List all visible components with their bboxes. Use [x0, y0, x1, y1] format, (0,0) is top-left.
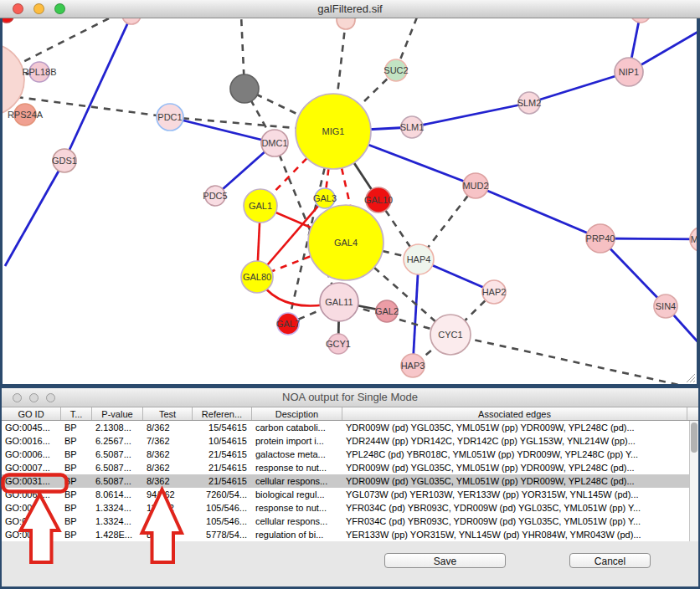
- zoom-button[interactable]: [54, 3, 65, 14]
- table-row[interactable]: GO:0031...BP6.5087...8/36221/54615cellul…: [2, 474, 689, 488]
- graph-node-GAL1[interactable]: GAL1: [244, 189, 277, 223]
- table-cell: YDR009W (pd) YGL035C, YML051W (pp) YDR00…: [342, 474, 687, 488]
- graph-node-label: DMC1: [261, 138, 287, 148]
- table-cell: 8.0614...: [92, 488, 143, 501]
- close-button[interactable]: [13, 3, 23, 14]
- graph-node-topleft-red[interactable]: [3, 18, 13, 23]
- minimize-button[interactable]: [33, 3, 44, 14]
- graph-node-PDC1[interactable]: PDC1: [157, 104, 183, 131]
- table-row[interactable]: GO:0050...BP1.428E...80/3625778/54...reg…: [2, 528, 689, 541]
- graph-area: RPL18BRPS24AGDS1PDC1DMC1PDC5MIG1SUC2SLM1…: [3, 18, 697, 384]
- table-cell: GO:0050...: [2, 528, 61, 541]
- column-header-5[interactable]: Desciption: [252, 407, 342, 420]
- resize-grip-icon[interactable]: [684, 371, 696, 383]
- network-window-titlebar[interactable]: galFiltered.sif: [0, 0, 700, 18]
- graph-node-GAL7[interactable]: GAL7: [276, 313, 300, 335]
- inactive-minimize-button[interactable]: [29, 393, 39, 402]
- inactive-close-button[interactable]: [13, 393, 22, 402]
- graph-node-CYC1[interactable]: CYC1: [430, 315, 471, 355]
- graph-node-SLM2[interactable]: SLM2: [517, 92, 542, 114]
- table-cell: 5778/54...: [193, 528, 252, 541]
- table-cell: 80/362: [143, 528, 193, 541]
- table-row[interactable]: GO:0016...BP6.2567...7/36210/54615protei…: [2, 434, 689, 448]
- table-row[interactable]: GO:0045...BP2.1308...8/36215/54615carbon…: [2, 421, 689, 434]
- table-row[interactable]: GO:0006...BP6.5087...8/36221/54615galact…: [2, 448, 689, 461]
- graph-node-GDS1[interactable]: GDS1: [52, 149, 77, 172]
- network-window-title: galFiltered.sif: [0, 0, 700, 18]
- table-cell: cellular respons...: [252, 474, 342, 488]
- graph-node-SUC2[interactable]: SUC2: [383, 59, 408, 81]
- column-header-3[interactable]: Test: [143, 407, 193, 420]
- graph-node-GAL10[interactable]: GAL10: [364, 187, 393, 213]
- table-cell: GO:0016...: [2, 434, 61, 448]
- graph-node-MUD2[interactable]: MUD2: [462, 173, 488, 198]
- table-cell: 11/362: [143, 515, 193, 528]
- graph-node-top3[interactable]: [631, 18, 651, 23]
- table-cell: galactose meta...: [252, 448, 342, 461]
- graph-node-label: GAL7: [276, 319, 300, 329]
- graph-node-GAL11[interactable]: GAL11: [320, 283, 358, 321]
- graph-node-HAP4[interactable]: HAP4: [404, 244, 434, 274]
- table-cell: 6.2567...: [92, 434, 143, 448]
- graph-node-GCY1[interactable]: GCY1: [326, 334, 351, 354]
- graph-node-label: SUC2: [383, 65, 408, 75]
- table-cell: BP: [61, 434, 92, 448]
- graph-node-label: PDC1: [157, 112, 182, 122]
- table-cell: 15/54615: [193, 421, 252, 434]
- graph-node-GAL4[interactable]: GAL4: [308, 205, 383, 280]
- table-cell: 1.428E...: [92, 528, 143, 541]
- graph-node-MSL1[interactable]: MSL1: [690, 227, 697, 252]
- graph-node-top1[interactable]: [122, 18, 141, 24]
- table-cell: YER133W (pp) YOR315W, YNL145W (pd) YHR08…: [342, 528, 687, 541]
- column-header-2[interactable]: P-value: [92, 407, 143, 420]
- graph-node-GAL80[interactable]: GAL80: [241, 261, 273, 293]
- graph-node-label: SLM2: [517, 98, 542, 108]
- column-header-1[interactable]: T...: [61, 407, 92, 420]
- graph-node-PRP40[interactable]: PRP40: [586, 224, 615, 253]
- table-cell: 94/362: [143, 488, 193, 501]
- save-button[interactable]: Save: [384, 553, 506, 568]
- graph-node-gray-node[interactable]: [230, 74, 259, 103]
- table-cell: BP: [61, 501, 92, 515]
- graph-node-RPL18B[interactable]: RPL18B: [23, 62, 57, 82]
- graph-node-RPS24A[interactable]: RPS24A: [8, 104, 44, 125]
- graph-node-DMC1[interactable]: DMC1: [261, 130, 288, 156]
- graph-node-HAP3[interactable]: HAP3: [401, 354, 425, 377]
- table-cell: GO:0006...: [2, 448, 61, 461]
- table-cell: 7/362: [143, 434, 193, 448]
- graph-node-label: PDC5: [203, 191, 227, 201]
- table-cell: carbon cataboli...: [252, 421, 342, 434]
- graph-node-SLM1[interactable]: SLM1: [400, 116, 425, 138]
- column-header-0[interactable]: GO ID: [2, 407, 61, 420]
- noa-window-titlebar[interactable]: NOA output for Single Mode: [2, 388, 698, 407]
- table-cell: 10/54615: [193, 434, 252, 448]
- table-body[interactable]: GO:0045...BP2.1308...8/36215/54615carbon…: [2, 421, 689, 541]
- vertical-scrollbar[interactable]: [689, 421, 698, 541]
- cancel-button[interactable]: Cancel: [569, 553, 651, 568]
- graph-node-HAP2[interactable]: HAP2: [482, 280, 507, 304]
- graph-node-GAL2[interactable]: GAL2: [375, 300, 399, 322]
- table-cell: GO:0031...: [2, 474, 61, 488]
- scrollbar-thumb[interactable]: [691, 423, 697, 453]
- graph-node-MIG1[interactable]: MIG1: [296, 94, 371, 169]
- table-row[interactable]: GO:0065...BP8.0614...94/3627260/54...bio…: [2, 488, 689, 501]
- graph-edge: [529, 72, 629, 103]
- graph-edge: [476, 186, 600, 238]
- table-row[interactable]: GO:0031...BP1.3324...11/362105/546...res…: [2, 501, 689, 515]
- graph-node-top2[interactable]: [337, 18, 355, 29]
- graph-node-NIP1[interactable]: NIP1: [615, 58, 643, 86]
- column-header-6[interactable]: Associated edges: [342, 407, 687, 420]
- table-cell: BP: [61, 528, 92, 541]
- table-cell: 21/54615: [193, 461, 252, 474]
- table-row[interactable]: GO:0007...BP6.5087...8/36221/54615respon…: [2, 461, 689, 474]
- noa-window: NOA output for Single Mode GO IDT...P-va…: [2, 388, 698, 586]
- graph-canvas[interactable]: RPL18BRPS24AGDS1PDC1DMC1PDC5MIG1SUC2SLM1…: [3, 18, 697, 384]
- table-cell: YFR034C (pd) YBR093C, YDR009W (pd) YGL03…: [342, 515, 687, 528]
- table-row[interactable]: GO:0031...BP1.3324...11/362105/546...cel…: [2, 515, 689, 528]
- graph-node-label: NIP1: [619, 67, 639, 77]
- inactive-zoom-button[interactable]: [46, 393, 55, 402]
- column-header-4[interactable]: Referen...: [193, 407, 252, 420]
- graph-edge: [413, 259, 419, 366]
- graph-node-SIN4[interactable]: SIN4: [654, 294, 677, 318]
- graph-edge: [450, 335, 697, 384]
